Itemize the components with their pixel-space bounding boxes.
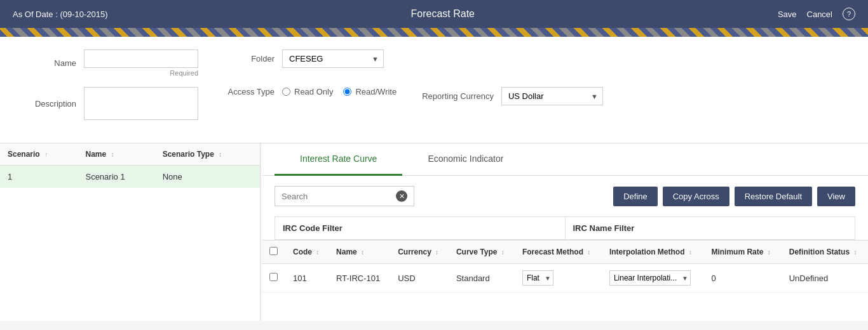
curve-type-sort-icon: ↕ <box>501 249 505 256</box>
view-button[interactable]: View <box>817 187 855 206</box>
folder-select[interactable]: CFESEG <box>282 50 384 68</box>
name-label: Name <box>25 58 76 68</box>
currency-select-wrapper: US Dollar ▼ <box>501 87 603 105</box>
app-header: As Of Date : (09-10-2015) Forecast Rate … <box>0 0 868 28</box>
table-toolbar: ✕ Define Copy Across Restore Default Vie… <box>262 176 868 216</box>
save-button[interactable]: Save <box>778 10 797 19</box>
required-hint: Required <box>84 69 198 77</box>
data-table: Code ↕ Name ↕ Currency ↕ Curve Type ↕ <box>262 240 868 293</box>
scenario-type-col-header[interactable]: Scenario Type ↕ <box>155 143 260 166</box>
check-all-checkbox[interactable] <box>269 247 278 255</box>
restore-default-button[interactable]: Restore Default <box>735 187 812 206</box>
name-cell: RT-IRC-101 <box>329 264 390 293</box>
forecast-method-col-header[interactable]: Forecast Method ↕ <box>515 241 602 264</box>
tab-irc[interactable]: Interest Rate Curve <box>275 143 402 176</box>
code-sort-icon: ↕ <box>316 249 319 256</box>
row-checkbox[interactable] <box>269 273 278 281</box>
scenario-type-sort-icon: ↕ <box>219 151 222 158</box>
folder-select-wrapper: CFESEG ▼ <box>282 50 384 68</box>
code-col-header[interactable]: Code ↕ <box>285 241 329 264</box>
form-section: Name Required Folder CFESEG ▼ Descriptio… <box>0 37 868 143</box>
name-field-group: Name Required <box>25 50 198 77</box>
min-rate-sort-icon: ↕ <box>768 249 771 256</box>
access-type-radios: Read Only Read/Write <box>282 87 397 96</box>
code-cell: 101 <box>285 264 329 293</box>
currency-cell: USD <box>390 264 449 293</box>
description-field-group: Description <box>25 87 198 120</box>
tabs: Interest Rate Curve Economic Indicator <box>262 143 868 176</box>
description-input[interactable] <box>84 87 198 120</box>
read-only-radio-label[interactable]: Read Only <box>282 87 333 96</box>
read-write-text: Read/Write <box>355 87 397 96</box>
scenario-name-cell: Scenario 1 <box>78 166 154 188</box>
name-col-header[interactable]: Name ↕ <box>329 241 390 264</box>
help-icon[interactable]: ? <box>843 8 855 20</box>
name-sort-icon: ↕ <box>361 249 364 256</box>
irc-name-filter: IRC Name Filter <box>566 217 855 239</box>
left-panel: Scenario ↑ Name ↕ Scenario Type ↕ 1 Scen… <box>0 143 261 321</box>
scenario-table-header: Scenario ↑ Name ↕ Scenario Type ↕ <box>0 143 260 166</box>
currency-select[interactable]: US Dollar <box>501 87 603 105</box>
currency-col-header[interactable]: Currency ↕ <box>390 241 449 264</box>
search-box: ✕ <box>275 186 414 206</box>
table-row[interactable]: 1 Scenario 1 None <box>0 166 260 188</box>
curve-type-cell: Standard <box>449 264 515 293</box>
min-rate-cell: 0 <box>703 264 781 293</box>
scenario-name-col-header[interactable]: Name ↕ <box>78 143 154 166</box>
min-rate-col-header[interactable]: Minimum Rate ↕ <box>703 241 781 264</box>
scenario-sort-icon: ↑ <box>44 151 48 158</box>
data-table-header: Code ↕ Name ↕ Currency ↕ Curve Type ↕ <box>262 241 868 264</box>
def-status-sort-icon: ↕ <box>853 249 857 256</box>
read-write-radio[interactable] <box>343 88 351 96</box>
reporting-currency-label: Reporting Currency <box>422 91 494 101</box>
form-row-2: Description Access Type Read Only Read/W… <box>25 87 843 120</box>
forecast-sort-icon: ↕ <box>587 249 590 256</box>
main-content: Scenario ↑ Name ↕ Scenario Type ↕ 1 Scen… <box>0 143 868 321</box>
forecast-method-select-wrapper: Flat ▼ <box>522 270 553 286</box>
search-clear-button[interactable]: ✕ <box>396 190 407 202</box>
curve-type-col-header[interactable]: Curve Type ↕ <box>449 241 515 264</box>
interpolation-cell: Linear Interpolati... ▼ <box>602 264 704 293</box>
toolbar-buttons: Define Copy Across Restore Default View <box>613 187 855 206</box>
currency-sort-icon: ↕ <box>435 249 438 256</box>
interpolation-sort-icon: ↕ <box>689 249 692 256</box>
currency-field-group: Reporting Currency US Dollar ▼ <box>422 87 603 105</box>
scenario-name-sort-icon: ↕ <box>111 151 114 158</box>
check-all-col <box>262 241 285 264</box>
interpolation-select[interactable]: Linear Interpolati... <box>609 270 691 286</box>
search-input[interactable] <box>281 192 396 201</box>
name-input[interactable] <box>84 50 198 68</box>
folder-field-group: Folder CFESEG ▼ <box>224 50 384 68</box>
irc-code-filter: IRC Code Filter <box>275 217 566 239</box>
access-type-field-group: Access Type Read Only Read/Write <box>224 87 397 96</box>
row-checkbox-cell <box>262 264 285 293</box>
name-input-wrapper: Required <box>84 50 198 77</box>
def-status-col-header[interactable]: Definition Status ↕ <box>782 241 868 264</box>
stripe-banner <box>0 28 868 37</box>
scenario-id-cell: 1 <box>0 166 78 188</box>
read-only-text: Read Only <box>294 87 333 96</box>
scenario-type-cell: None <box>155 166 260 188</box>
read-only-radio[interactable] <box>282 88 290 96</box>
interpolation-select-wrapper: Linear Interpolati... ▼ <box>609 270 691 286</box>
tab-economic-indicator[interactable]: Economic Indicator <box>402 143 529 176</box>
right-panel: Interest Rate Curve Economic Indicator ✕… <box>262 143 868 321</box>
scenario-col-header[interactable]: Scenario ↑ <box>0 143 78 166</box>
interpolation-col-header[interactable]: Interpolation Method ↕ <box>602 241 704 264</box>
page-title: Forecast Rate <box>410 8 474 20</box>
scenario-table: Scenario ↑ Name ↕ Scenario Type ↕ 1 Scen… <box>0 143 260 188</box>
copy-across-button[interactable]: Copy Across <box>663 187 729 206</box>
form-row-1: Name Required Folder CFESEG ▼ <box>25 50 843 77</box>
def-status-cell: UnDefined <box>782 264 868 293</box>
define-button[interactable]: Define <box>613 187 658 206</box>
forecast-method-select[interactable]: Flat <box>522 270 553 286</box>
forecast-method-cell: Flat ▼ <box>515 264 602 293</box>
cancel-button[interactable]: Cancel <box>807 10 832 19</box>
description-label: Description <box>25 99 76 109</box>
list-item: 101 RT-IRC-101 USD Standard Flat ▼ Linea… <box>262 264 868 293</box>
read-write-radio-label[interactable]: Read/Write <box>343 87 397 96</box>
filter-row: IRC Code Filter IRC Name Filter <box>275 216 855 240</box>
as-of-date: As Of Date : (09-10-2015) <box>13 10 108 19</box>
header-actions: Save Cancel ? <box>778 8 855 20</box>
folder-label: Folder <box>224 54 275 63</box>
